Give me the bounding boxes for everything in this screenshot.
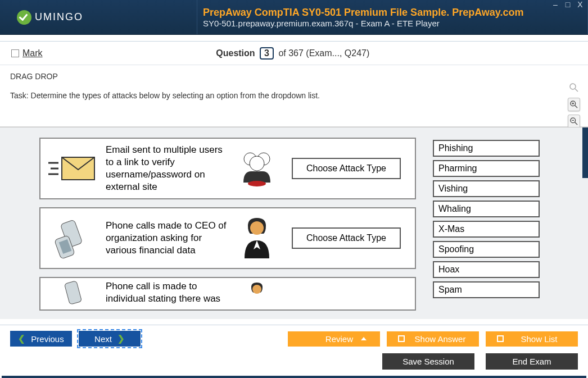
show-answer-button[interactable]: Show Answer: [387, 331, 479, 347]
logo-text: UMINGO: [35, 11, 83, 23]
svg-line-1: [575, 89, 578, 92]
businesswoman-icon: [237, 216, 277, 261]
task-description: Task: Determine the types of attacks bel…: [10, 91, 578, 100]
attack-option[interactable]: X-Mas: [433, 221, 540, 238]
attack-option[interactable]: Spam: [433, 281, 540, 298]
maximize-button[interactable]: □: [563, 0, 572, 9]
svg-point-0: [570, 84, 576, 89]
triangle-up-icon: [361, 337, 367, 340]
save-session-button[interactable]: Save Session: [382, 353, 474, 370]
question-header: Mark Question 3 of 367 (Exam..., Q247): [0, 42, 588, 65]
mark-checkbox-group[interactable]: Mark: [11, 48, 43, 58]
content-area: Email sent to multiple users to a link t…: [0, 127, 588, 319]
attack-option[interactable]: Vishing: [433, 180, 540, 197]
svg-rect-22: [64, 281, 82, 304]
attack-option[interactable]: Phishing: [433, 140, 540, 157]
svg-point-15: [250, 156, 264, 171]
options-column: Phishing Pharming Vishing Whaling X-Mas …: [433, 138, 540, 318]
svg-line-7: [575, 122, 577, 125]
svg-point-16: [248, 181, 266, 186]
question-counter: Question 3 of 367 (Exam..., Q247): [43, 47, 543, 60]
end-exam-button[interactable]: End Exam: [486, 353, 578, 370]
checkbox-icon: [398, 335, 405, 342]
scenarios-column: Email sent to multiple users to a link t…: [39, 138, 416, 318]
arrow-right-icon: ❯: [117, 334, 125, 344]
title-bar: UMINGO PrepAway CompTIA SY0-501 Premium …: [0, 0, 588, 35]
task-heading: DRAG DROP: [10, 72, 578, 81]
window-controls: – □ X: [551, 0, 585, 9]
task-area: DRAG DROP Task: Determine the types of a…: [0, 65, 588, 127]
zoom-reset-icon[interactable]: [568, 81, 580, 94]
arrow-left-icon: ❮: [18, 334, 25, 344]
scenario-text: Phone calls made to CEO of organization …: [106, 220, 229, 257]
logo-area: UMINGO: [0, 0, 197, 34]
review-button[interactable]: Review: [288, 331, 380, 347]
svg-point-20: [250, 221, 264, 235]
phone-icon: [47, 279, 98, 307]
title-sub: SY0-501.prepaway.premium.exam.367q - Exa…: [203, 19, 587, 28]
title-text-area: PrepAway CompTIA SY0-501 Premium File Sa…: [197, 0, 588, 34]
attack-option[interactable]: Whaling: [433, 201, 540, 217]
close-button[interactable]: X: [576, 0, 585, 9]
vertical-scrollbar[interactable]: [582, 127, 588, 319]
attack-option[interactable]: Hoax: [433, 261, 540, 278]
svg-point-23: [252, 285, 261, 294]
question-number[interactable]: 3: [260, 47, 274, 60]
checkbox-icon: [497, 335, 504, 342]
next-button[interactable]: Next ❯: [79, 331, 141, 347]
scrollbar-thumb[interactable]: [582, 127, 588, 178]
bottom-border: [2, 376, 586, 378]
choose-attack-dropdown[interactable]: Choose Attack Type: [284, 158, 408, 179]
zoom-in-button[interactable]: [568, 98, 580, 111]
footer: ❮ Previous Next ❯ Review Show Answer Sho…: [0, 325, 588, 378]
question-label: Question: [216, 48, 255, 58]
title-main: PrepAway CompTIA SY0-501 Premium File Sa…: [203, 7, 587, 19]
attack-option[interactable]: Pharming: [433, 160, 540, 177]
people-group-icon: [237, 149, 277, 188]
minimize-button[interactable]: –: [551, 0, 560, 9]
mark-checkbox[interactable]: [11, 49, 19, 57]
mark-label[interactable]: Mark: [22, 48, 43, 58]
sub-bar: [0, 35, 588, 42]
previous-button[interactable]: ❮ Previous: [10, 331, 72, 347]
email-icon: [47, 146, 98, 191]
scenario-text: Phone call is made to individual stating…: [106, 280, 229, 305]
person-icon: [237, 281, 277, 304]
phone-icon: [47, 216, 98, 261]
scenario-card: Phone calls made to CEO of organization …: [39, 207, 416, 269]
svg-line-3: [575, 106, 577, 108]
attack-option[interactable]: Spoofing: [433, 241, 540, 258]
zoom-controls: [568, 81, 580, 128]
show-list-button[interactable]: Show List: [486, 331, 578, 347]
zoom-out-button[interactable]: [568, 115, 580, 128]
scenario-card: Email sent to multiple users to a link t…: [39, 138, 416, 199]
question-total: of 367 (Exam..., Q247): [278, 48, 369, 58]
choose-attack-dropdown[interactable]: Choose Attack Type: [284, 227, 408, 249]
scenario-text: Email sent to multiple users to a link t…: [106, 144, 229, 193]
logo-check-icon: [17, 10, 31, 25]
scenario-card: Phone call is made to individual stating…: [39, 277, 416, 311]
